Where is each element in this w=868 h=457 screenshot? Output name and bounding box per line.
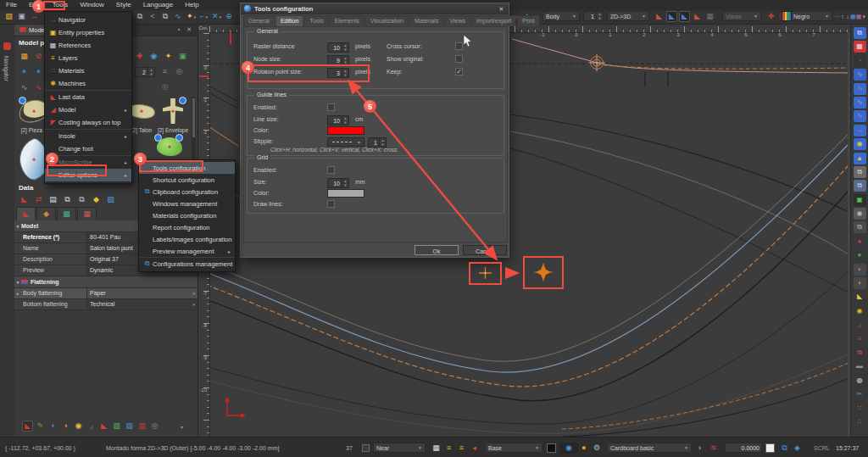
guide-enabled-checkbox[interactable]	[327, 103, 335, 111]
mode-dropdown[interactable]: 2D->3D▼	[607, 11, 649, 21]
menu-item[interactable]: ▦ References	[45, 39, 131, 52]
property-value[interactable]: Technical	[90, 299, 114, 309]
views-dropdown[interactable]: Views▼	[722, 11, 761, 21]
tool-icon[interactable]: ▲	[854, 153, 866, 164]
table-row[interactable]: Bottom flattening Technical▾	[14, 299, 198, 310]
toolbar-icon[interactable]: ✦▾	[186, 11, 197, 22]
status-icon[interactable]: ▦	[431, 443, 442, 454]
toolbar-icon[interactable]: ⋯	[834, 11, 840, 22]
toolbar-icon[interactable]: ▣	[16, 11, 27, 22]
snap-mode-dropdown[interactable]: Near▼	[373, 443, 426, 453]
add-color-button[interactable]: ✚	[765, 11, 776, 22]
wrench-icon[interactable]: ⚙	[593, 443, 600, 454]
menu-bar-item[interactable]: Tools	[47, 0, 75, 10]
tool-icon[interactable]: ◉	[854, 208, 866, 220]
menu-item[interactable]: ▣ Entity properties	[45, 26, 131, 39]
bottom-tool-icon[interactable]: ◖	[60, 421, 71, 432]
menu-item[interactable]: ◤ Costing always on top	[45, 116, 131, 129]
piece-item[interactable]	[154, 136, 185, 158]
raster-distance-stepper[interactable]: 10▲▼	[327, 42, 349, 53]
shoe-view-icon[interactable]: ◣	[679, 11, 690, 22]
menu-item[interactable]: Editor options ▸	[45, 169, 131, 181]
toolbar-icon[interactable]: ∿	[173, 11, 184, 22]
property-value[interactable]: 80-401 Pau	[90, 232, 120, 242]
tool-icon[interactable]: ◉	[854, 305, 866, 317]
toolbar-icon[interactable]: ▦	[856, 11, 862, 22]
menu-bar-item[interactable]: Style	[110, 0, 137, 10]
bottom-tool-icon[interactable]: ◗	[47, 421, 58, 432]
collapse-arrow-icon[interactable]: ▼	[14, 224, 21, 229]
bottom-tool-icon[interactable]: ▨	[124, 421, 135, 432]
cross-cursor-checkbox[interactable]	[455, 42, 463, 50]
pieces-toolbar-icon[interactable]: ▣	[177, 51, 188, 62]
menu-item[interactable]: Report configuration	[139, 221, 235, 233]
dialog-tab[interactable]: Import/export	[471, 15, 516, 26]
data-tab[interactable]: ◣	[16, 207, 36, 221]
piece-item[interactable]: [2] Envelope	[156, 97, 190, 133]
status-icon[interactable]: ◂	[469, 443, 480, 454]
view-mode-icon[interactable]: ●	[19, 66, 30, 77]
stipple-dropdown[interactable]: ▼	[327, 137, 364, 147]
table-row[interactable]: ▸ Body flattening Paper▾	[14, 288, 198, 299]
menu-bar-item[interactable]: Help	[179, 0, 204, 10]
bottom-tool-icon[interactable]: ◞	[86, 421, 97, 432]
shoe-view-icon[interactable]: ▦	[704, 11, 715, 22]
property-value[interactable]: Original 37	[90, 254, 119, 265]
pieces-toolbar-icon[interactable]: ✦	[163, 51, 174, 62]
tool-icon[interactable]: ∿	[854, 110, 866, 122]
tool-icon[interactable]: →	[854, 125, 866, 137]
tool-icon[interactable]: ⧉	[854, 166, 866, 178]
dialog-tab[interactable]: Print	[517, 15, 539, 26]
pieces-toolbar-icon[interactable]: ✚	[134, 51, 145, 62]
dialog-tab[interactable]: Elements	[330, 15, 364, 26]
view-mode-icon[interactable]: ●	[33, 66, 44, 77]
shoe-view-icon[interactable]: ◣	[692, 11, 703, 22]
data-tab[interactable]: ▦	[77, 207, 97, 221]
menu-item[interactable]: ⧉ Clipboard configuration	[139, 186, 235, 198]
dialog-tab[interactable]: Views	[444, 15, 470, 26]
current-color-swatch[interactable]	[547, 443, 556, 453]
property-value[interactable]: Dynamic	[90, 265, 113, 276]
tool-icon[interactable]: ◔	[854, 55, 866, 67]
tool-icon[interactable]: ∿	[854, 97, 866, 109]
toolbar-icon[interactable]: ⧉	[135, 11, 146, 22]
panel-window-buttons[interactable]: ▪ ✕	[178, 26, 198, 33]
tool-icon[interactable]: ∿	[854, 83, 866, 95]
pieces-toolbar-icon[interactable]: ⊘	[33, 51, 44, 62]
menu-bar-item[interactable]: File	[0, 0, 23, 10]
toolbar-icon[interactable]: ⊕	[224, 11, 235, 22]
toolbar-icon[interactable]: ▾	[861, 11, 866, 22]
data-tab[interactable]: ▩	[57, 207, 76, 221]
toolbar-icon[interactable]: ⌐▾	[198, 11, 209, 22]
bottom-tool-icon[interactable]: ◣	[22, 421, 33, 432]
bottom-tool-icon[interactable]: ▧	[111, 421, 122, 432]
tool-icon[interactable]: ◉	[854, 138, 866, 150]
rotation-point-size-stepper[interactable]: 3▲▼	[327, 68, 349, 78]
grid-enabled-checkbox[interactable]	[327, 166, 335, 174]
cancel-button[interactable]: Cancel	[463, 245, 507, 255]
tool-icon[interactable]: ⧉	[854, 27, 866, 39]
tool-icon[interactable]: ≡	[854, 333, 866, 345]
menu-item[interactable]: ≡ Layers	[45, 52, 131, 64]
status-icon[interactable]: ⧉	[779, 443, 790, 454]
tool-icon[interactable]: ●	[854, 236, 866, 248]
table-group-flattening[interactable]: ▼ Flattening	[14, 276, 198, 288]
dialog-tab[interactable]: Edition	[275, 15, 303, 26]
tool-icon[interactable]: ▦	[854, 41, 866, 53]
pieces-toolbar-icon[interactable]: ◉	[148, 51, 159, 62]
status-checkbox[interactable]	[362, 444, 370, 452]
pieces-count-stepper[interactable]: 2▲▼	[135, 67, 155, 77]
data-tab[interactable]: ◆	[36, 207, 56, 221]
background-color-swatch[interactable]	[765, 443, 775, 453]
toolbar-icon[interactable]: ✕▾	[211, 11, 222, 22]
data-toolbar-icon[interactable]: ▨	[105, 194, 116, 205]
menu-item[interactable]: Change foot	[45, 142, 131, 155]
menu-bar-item[interactable]: Window	[74, 0, 109, 10]
count-stepper[interactable]: 1▲▼	[583, 11, 604, 21]
tool-icon[interactable]: ●	[854, 249, 866, 261]
toolbar-icon[interactable]: ↔	[29, 11, 40, 22]
bottom-tool-icon[interactable]: ◉	[73, 421, 84, 432]
menu-bar-item[interactable]: Language	[137, 0, 180, 10]
body-part-dropdown[interactable]: Body▼	[542, 11, 580, 21]
tool-icon[interactable]: ◍	[854, 375, 866, 387]
